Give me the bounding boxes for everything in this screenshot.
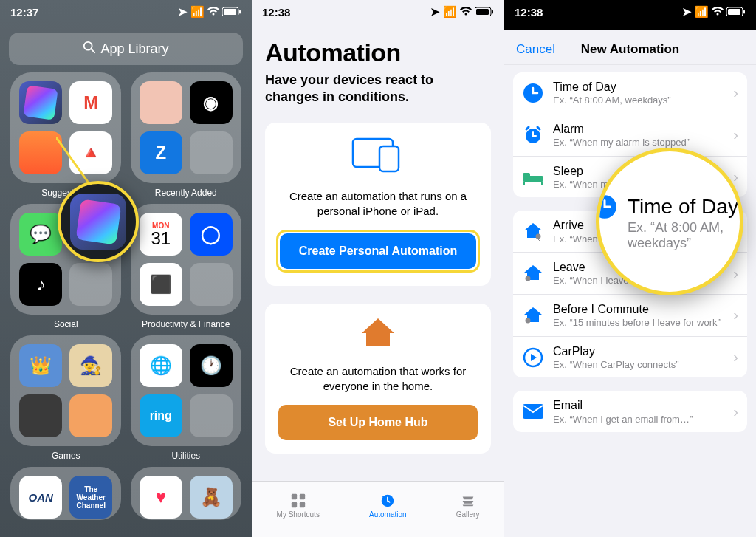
- app-icon-coinbase[interactable]: ◯: [190, 213, 233, 256]
- home-icon: [278, 317, 478, 351]
- svg-line-4: [92, 49, 95, 52]
- location-arrow-icon: ➤: [178, 5, 188, 18]
- svg-point-26: [526, 276, 531, 281]
- chevron-right-icon: ›: [733, 84, 738, 101]
- trigger-row-time-of-day[interactable]: Time of DayEx. “At 8:00 AM, weekdays” ›: [513, 72, 747, 114]
- app-icon-generic[interactable]: ⬛: [140, 263, 182, 306]
- signal-icon: 📶: [695, 5, 709, 18]
- search-field[interactable]: App Library: [9, 33, 243, 65]
- callout-subtitle: Ex. “At 8:00 AM, weekdays”: [628, 220, 740, 252]
- home-automation-card: Create an automation that works for ever…: [265, 304, 491, 454]
- chevron-right-icon: ›: [733, 168, 738, 185]
- page-subtitle: Have your devices react to changes in co…: [265, 72, 491, 105]
- chevron-right-icon: ›: [733, 265, 738, 282]
- trigger-title: Alarm: [553, 122, 724, 136]
- trigger-row-email[interactable]: EmailEx. “When I get an email from…” ›: [513, 391, 747, 432]
- tab-label: My Shortcuts: [277, 510, 320, 519]
- svg-point-3: [84, 41, 92, 49]
- nav-title: New Automation: [581, 42, 679, 57]
- devices-icon: [278, 136, 478, 176]
- commute-icon: [522, 304, 544, 326]
- app-icon-game[interactable]: 👑: [19, 344, 62, 387]
- trigger-subtitle: Ex. “When CarPlay connects”: [553, 359, 724, 371]
- trigger-row-alarm[interactable]: AlarmEx. “When my alarm is stopped” ›: [513, 114, 747, 157]
- app-icon-zillow[interactable]: Z: [140, 131, 182, 174]
- app-icon-generic[interactable]: [140, 81, 182, 124]
- status-bar-backdrop: 12:38 ➤ 📶: [504, 0, 756, 30]
- app-icon-oan[interactable]: OAN: [19, 476, 62, 519]
- signal-icon: 📶: [443, 5, 457, 18]
- trigger-row-carplay[interactable]: CarPlayEx. “When CarPlay connects” ›: [513, 337, 747, 378]
- svg-point-27: [526, 318, 531, 323]
- svg-rect-23: [523, 182, 525, 185]
- page-title: Automation: [265, 38, 491, 67]
- trigger-row-commute[interactable]: Before I CommuteEx. “15 minutes before I…: [513, 295, 747, 337]
- tab-label: Automation: [369, 510, 407, 519]
- location-arrow-icon: ➤: [682, 5, 692, 18]
- callout-title: Time of Day: [628, 194, 740, 219]
- automation-icon: [378, 493, 397, 509]
- panel-app-library: 12:37 ➤ 📶 App Library M: [0, 0, 252, 537]
- app-icon-calendar[interactable]: MON31: [140, 213, 182, 256]
- app-icon-shortcuts[interactable]: [19, 81, 62, 124]
- app-icon-gmail[interactable]: M: [69, 81, 112, 124]
- svg-rect-12: [300, 494, 305, 499]
- highlight-ring: Create Personal Automation: [276, 230, 480, 273]
- alarm-icon: [522, 124, 544, 146]
- svg-rect-2: [239, 10, 241, 14]
- folder-more-icon[interactable]: [190, 131, 233, 174]
- folder-more-icon[interactable]: [190, 394, 233, 437]
- app-icon-weather[interactable]: TheWeatherChannel: [69, 476, 112, 519]
- svg-rect-22: [523, 173, 530, 177]
- app-icon-generic[interactable]: ◉: [190, 81, 233, 124]
- battery-icon: [475, 7, 494, 16]
- grid-icon: [289, 493, 308, 509]
- trigger-title: CarPlay: [553, 344, 724, 358]
- svg-rect-10: [379, 146, 399, 171]
- app-icon-health[interactable]: ♥: [140, 476, 182, 519]
- folder-news[interactable]: OAN TheWeatherChannel: [10, 467, 121, 520]
- folder-productivity[interactable]: MON31 ◯ ⬛ Productivity & Finance: [131, 204, 241, 329]
- app-icon-game[interactable]: 🧙: [69, 344, 112, 387]
- search-label: App Library: [100, 41, 168, 57]
- app-icon-generic[interactable]: 🔺: [69, 131, 112, 174]
- set-up-home-hub-button[interactable]: Set Up Home Hub: [278, 405, 478, 440]
- app-icon-clock[interactable]: 🕐: [190, 344, 233, 387]
- tab-automation[interactable]: Automation: [369, 493, 407, 519]
- app-icon-tiktok[interactable]: ♪: [19, 263, 62, 306]
- folder-recently-added[interactable]: ◉ Z Recently Added: [131, 72, 241, 198]
- app-icon-messages[interactable]: 💬: [19, 213, 62, 256]
- folder-suggestions[interactable]: M 🔺 Suggestions: [10, 72, 121, 198]
- folder-utilities[interactable]: 🌐 🕐 ring Utilities: [131, 335, 241, 461]
- app-icon-game[interactable]: [19, 394, 62, 437]
- trigger-subtitle: Ex. “At 8:00 AM, weekdays”: [553, 95, 724, 106]
- folder-games[interactable]: 👑 🧙 Games: [10, 335, 121, 461]
- svg-rect-11: [292, 494, 297, 499]
- email-icon: [522, 400, 544, 423]
- clock-icon: [596, 194, 617, 219]
- tab-my-shortcuts[interactable]: My Shortcuts: [277, 493, 320, 519]
- carplay-icon: [522, 346, 544, 369]
- folder-more-icon[interactable]: [190, 263, 233, 306]
- app-icon-generic[interactable]: 🧸: [190, 476, 233, 519]
- folder-health[interactable]: ♥ 🧸: [131, 467, 241, 520]
- clock-icon: [522, 82, 544, 104]
- app-icon-ring[interactable]: ring: [140, 394, 182, 437]
- chevron-right-icon: ›: [733, 349, 738, 366]
- tab-gallery[interactable]: Gallery: [456, 493, 480, 519]
- svg-rect-8: [492, 10, 493, 14]
- nav-bar: Cancel New Automation: [504, 30, 756, 65]
- status-bar: 12:38 ➤ 📶: [252, 0, 504, 21]
- create-personal-automation-button[interactable]: Create Personal Automation: [280, 233, 476, 269]
- cancel-button[interactable]: Cancel: [516, 42, 555, 57]
- tab-bar: My Shortcuts Automation Gallery: [252, 481, 504, 537]
- folder-more-icon[interactable]: [69, 263, 112, 306]
- app-icon-chrome[interactable]: 🌐: [140, 344, 182, 387]
- app-icon-generic[interactable]: [19, 131, 62, 174]
- svg-rect-18: [743, 10, 745, 14]
- callout-shortcuts-app: [58, 181, 139, 262]
- search-icon: [83, 41, 96, 58]
- status-time: 12:37: [10, 6, 38, 18]
- folder-label: Productivity & Finance: [131, 319, 241, 329]
- app-icon-game[interactable]: [69, 394, 112, 437]
